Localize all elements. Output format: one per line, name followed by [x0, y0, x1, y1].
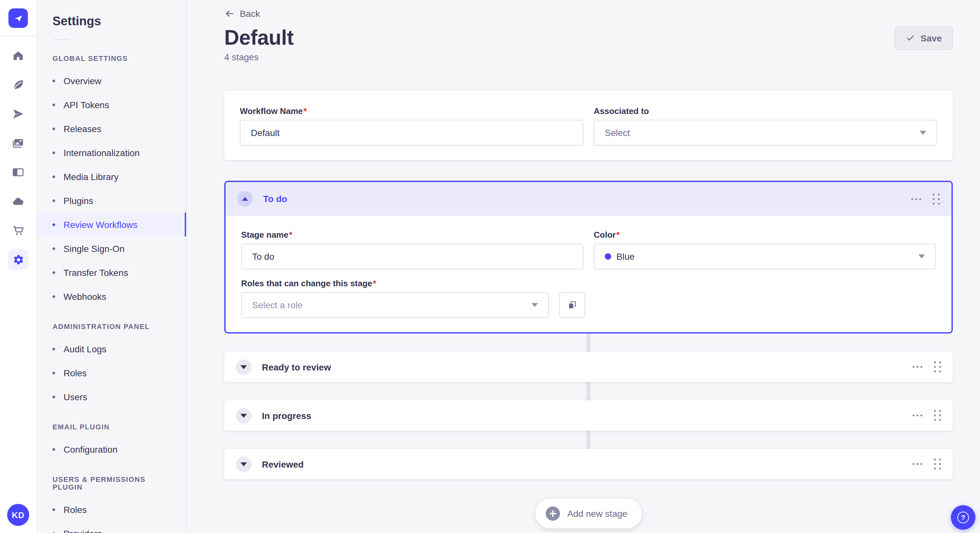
workflow-form-card: Workflow Name* Associated to Select [224, 90, 953, 160]
stage-name-input[interactable] [241, 244, 583, 270]
bullet-icon [52, 271, 55, 274]
icon-rail: KD [0, 0, 37, 533]
sidebar-item-releases[interactable]: Releases [37, 117, 186, 141]
plus-icon [546, 506, 560, 521]
stage-name-label: Stage name* [241, 230, 583, 240]
chevron-down-icon [920, 131, 926, 135]
duplicate-roles-button[interactable] [559, 292, 585, 318]
question-mark-icon: ? [957, 512, 969, 523]
sidebar-item-up-providers[interactable]: Providers [37, 521, 186, 533]
stage-options-button[interactable] [911, 198, 921, 200]
bullet-icon [52, 448, 55, 451]
stage-options-button[interactable] [913, 366, 922, 368]
workflow-name-input[interactable] [240, 120, 583, 146]
rail-icon-list [8, 45, 29, 270]
bullet-icon [52, 371, 55, 374]
stage-body: Stage name* Color* Blue [226, 216, 951, 332]
stage-options-button[interactable] [913, 463, 922, 465]
drag-handle-icon [934, 458, 941, 470]
strapi-logo[interactable] [8, 8, 28, 28]
section-email-plugin: EMAIL PLUGIN Configuration [37, 419, 186, 461]
sidebar-item-media-library[interactable]: Media Library [37, 165, 186, 189]
stage-connector-line [587, 328, 590, 455]
back-link[interactable]: Back [224, 8, 260, 19]
bullet-icon [52, 127, 55, 130]
stage-card-to-do: To do Stage name* [224, 181, 953, 333]
user-avatar[interactable]: KD [7, 504, 29, 526]
save-button[interactable]: Save [895, 26, 953, 49]
send-deploy-icon[interactable] [8, 104, 29, 124]
stage-count: 4 stages [224, 52, 953, 62]
expand-stage-button[interactable] [236, 456, 251, 472]
stage-header[interactable]: To do [226, 182, 951, 216]
stage-title: To do [263, 194, 287, 204]
sidebar-item-email-configuration[interactable]: Configuration [37, 437, 186, 461]
cloud-icon[interactable] [8, 191, 29, 212]
associated-to-field: Associated to Select [594, 106, 937, 146]
stages-list: To do Stage name* [224, 181, 953, 528]
roles-select[interactable]: Select a role [241, 292, 549, 318]
bullet-icon [52, 295, 55, 298]
color-label: Color* [594, 230, 936, 240]
sidebar-item-webhooks[interactable]: Webhooks [37, 284, 186, 308]
drag-handle-icon [934, 410, 941, 421]
add-new-stage-button[interactable]: Add new stage [535, 499, 641, 528]
expand-stage-button[interactable] [236, 408, 251, 423]
sidebar-item-admin-roles[interactable]: Roles [37, 361, 186, 385]
sidebar-item-up-roles[interactable]: Roles [37, 497, 186, 521]
content-manager-icon[interactable] [8, 162, 29, 182]
sidebar-item-review-workflows[interactable]: Review Workflows [37, 213, 186, 236]
required-marker: * [616, 230, 620, 240]
sidebar-item-overview[interactable]: Overview [37, 69, 186, 93]
color-select[interactable]: Blue [594, 244, 936, 270]
settings-gear-icon[interactable] [8, 249, 29, 270]
settings-subnav: Settings GLOBAL SETTINGS Overview API To… [37, 0, 187, 533]
stage-card-reviewed[interactable]: Reviewed [224, 449, 953, 479]
sidebar-item-audit-logs[interactable]: Audit Logs [37, 337, 186, 361]
sidebar-item-internationalization[interactable]: Internationalization [37, 141, 186, 165]
associated-to-select[interactable]: Select [594, 120, 937, 146]
stage-card-in-progress[interactable]: In progress [224, 400, 953, 431]
stage-title: Ready to review [262, 362, 331, 372]
bullet-icon [52, 199, 55, 202]
stage-color-field: Color* Blue [594, 230, 936, 270]
stage-card-ready-to-review[interactable]: Ready to review [224, 352, 953, 382]
color-swatch-blue [605, 253, 611, 260]
help-button[interactable]: ? [951, 505, 975, 530]
stage-drag-handle[interactable] [934, 362, 941, 373]
section-administration-panel: ADMINISTRATION PANEL Audit Logs Roles Us… [37, 319, 186, 409]
arrow-left-icon [224, 8, 235, 19]
marketplace-cart-icon[interactable] [8, 220, 29, 241]
more-options-icon [913, 414, 922, 416]
stage-roles-field: Roles that can change this stage* Select… [241, 279, 936, 318]
check-icon [906, 33, 915, 43]
chevron-up-icon [242, 197, 248, 201]
stage-drag-handle[interactable] [934, 458, 941, 470]
chevron-down-icon [918, 254, 925, 259]
expand-stage-button[interactable] [236, 359, 251, 374]
chevron-down-icon [240, 365, 247, 369]
required-marker: * [373, 279, 376, 288]
media-library-icon[interactable] [8, 133, 29, 154]
section-header: USERS & PERMISSIONS PLUGIN [37, 471, 186, 495]
stage-name-field: Stage name* [241, 230, 583, 270]
sidebar-item-admin-users[interactable]: Users [37, 385, 186, 409]
stage-drag-handle[interactable] [933, 194, 940, 204]
sidebar-item-plugins[interactable]: Plugins [37, 189, 186, 213]
sidebar-item-transfer-tokens[interactable]: Transfer Tokens [37, 260, 186, 284]
main-content: Back Default Save 4 stages Workflow Name… [187, 0, 980, 533]
chevron-down-icon [531, 303, 538, 307]
copy-icon [567, 300, 578, 310]
sidebar-item-single-sign-on[interactable]: Single Sign-On [37, 236, 186, 260]
sidebar-item-api-tokens[interactable]: API Tokens [37, 93, 186, 117]
drag-handle-icon [933, 194, 940, 204]
page-title: Default [224, 26, 294, 50]
more-options-icon [911, 198, 921, 200]
rail-divider [0, 36, 36, 36]
collapse-stage-button[interactable] [237, 191, 253, 206]
stage-options-button[interactable] [913, 414, 922, 416]
home-icon[interactable] [8, 45, 29, 66]
more-options-icon [913, 366, 922, 368]
stage-drag-handle[interactable] [934, 410, 941, 421]
feather-content-icon[interactable] [8, 75, 29, 95]
